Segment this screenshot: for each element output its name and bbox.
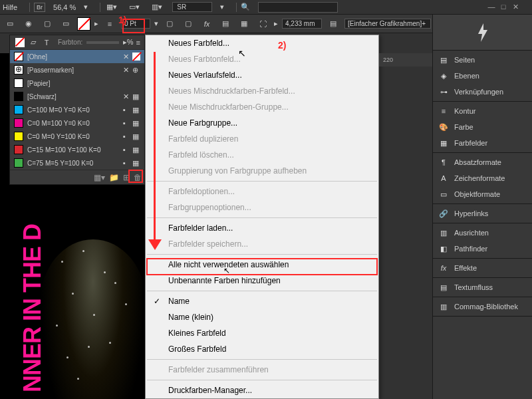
panel-tab-hyperlinks[interactable]: 🔗Hyperlinks xyxy=(433,205,532,221)
screen-mode-icon[interactable]: ▭▾ xyxy=(127,1,142,13)
swatch-row[interactable]: C=0 M=0 Y=100 K=0 ▪▦ xyxy=(10,130,144,143)
separator xyxy=(100,3,100,12)
swatch-chip-icon xyxy=(14,158,23,168)
menu-item-new-tint: Neues Farbtonfeld... xyxy=(146,51,378,67)
chevron-right-icon[interactable]: ▸ xyxy=(94,19,98,28)
swatch-row-paper[interactable]: [Papier] xyxy=(10,76,144,90)
menu-item-merge: Farbfelder zusammenführen xyxy=(146,362,378,378)
separator xyxy=(29,3,30,12)
swatches-footer: ▦▾ 📁 ⊞ 🗑 xyxy=(10,170,144,184)
minimize-icon[interactable]: — xyxy=(485,3,497,11)
view-options-icon[interactable]: ▦▾ xyxy=(104,1,119,13)
pathfinder-icon: ◧ xyxy=(438,244,449,253)
menu-item-new-gradient[interactable]: Neues Verlaufsfeld... xyxy=(146,67,378,83)
align-right-icon[interactable]: ▦ xyxy=(237,18,251,30)
annotation-2: 2) xyxy=(278,40,286,51)
menu-item-delete: Farbfeld löschen... xyxy=(146,147,378,163)
tint-stepper-icon[interactable]: ▸% xyxy=(123,38,134,47)
swatch-row[interactable]: C=15 M=100 Y=100 K=0 ▪▦ xyxy=(10,143,144,156)
panel-tab-text-wrap[interactable]: ▤Textumfluss xyxy=(433,279,532,295)
arrange-icon[interactable]: ▥▾ xyxy=(150,1,164,13)
swatch-name: C=100 M=0 Y=0 K=0 xyxy=(27,106,123,114)
corner-icon[interactable]: ▢ xyxy=(162,18,177,30)
panel-tab-library[interactable]: ▥Commag-Bibliothek xyxy=(433,299,532,315)
cmyk-icon: ▦ xyxy=(132,92,140,100)
panel-tab-pathfinder[interactable]: ◧Pathfinder xyxy=(433,241,532,257)
align-left-icon[interactable]: ▤ xyxy=(218,18,233,30)
menu-separator xyxy=(147,254,377,255)
panel-tab-layers[interactable]: ◈Ebenen xyxy=(433,68,532,84)
object-style-dropdown[interactable] xyxy=(344,19,431,29)
panel-tab-links[interactable]: ⊶Verknüpfungen xyxy=(433,84,532,100)
layers-icon: ◈ xyxy=(438,71,449,80)
menu-item-ink-manager[interactable]: Druckfarben-Manager... xyxy=(146,382,378,398)
panel-tab-stroke[interactable]: ≡Kontur xyxy=(433,103,532,119)
registration-icon: ⊕ xyxy=(132,66,140,74)
tint-label: Farbton: xyxy=(58,39,82,46)
show-swatches-icon[interactable]: ▦▾ xyxy=(94,173,105,182)
search-input[interactable] xyxy=(258,2,338,13)
selection-icon[interactable]: ▭ xyxy=(3,18,17,30)
panel-tab-swatches[interactable]: ▦Farbfelder xyxy=(433,135,532,151)
stroke-proxy-icon[interactable]: ▱ xyxy=(27,37,39,49)
panel-tab-paragraph-styles[interactable]: ¶Absatzformate xyxy=(433,154,532,170)
panel-tab-character-styles[interactable]: AZeichenformate xyxy=(433,170,532,186)
new-group-icon[interactable]: 📁 xyxy=(109,173,119,182)
corner-icon[interactable]: ▢ xyxy=(181,18,196,30)
chevron-down-icon[interactable]: ▾ xyxy=(84,3,88,11)
tint-slider[interactable] xyxy=(86,41,119,44)
panel-tab-object-styles[interactable]: ▭Objektformate xyxy=(433,186,532,202)
chevron-right-icon[interactable]: ▸ xyxy=(274,19,278,28)
panel-tab-color[interactable]: 🎨Farbe xyxy=(433,119,532,135)
menu-item-new-color-group[interactable]: Neue Farbgruppe... xyxy=(146,115,378,131)
fill-stroke-proxy[interactable] xyxy=(77,17,90,31)
content-grabber-icon[interactable]: ◉ xyxy=(21,18,36,30)
swatch-row[interactable]: C=75 M=5 Y=100 K=0 ▪▦ xyxy=(10,156,144,170)
zoom-level[interactable]: 56,4 % xyxy=(53,3,76,11)
close-icon[interactable]: ✕ xyxy=(509,3,521,11)
swatch-row[interactable]: C=0 M=100 Y=0 K=0 ▪▦ xyxy=(10,116,144,130)
menu-item-load-swatches[interactable]: Farbfelder laden... xyxy=(146,220,378,236)
crop-icon[interactable]: ⛶ xyxy=(255,18,270,30)
fill-proxy-icon[interactable] xyxy=(14,37,26,49)
quick-apply-icon[interactable] xyxy=(433,15,532,51)
swatch-name: C=0 M=100 Y=0 K=0 xyxy=(27,120,123,127)
chevron-down-icon[interactable]: ▾ xyxy=(154,19,158,28)
menu-item-view-name[interactable]: Name xyxy=(146,293,378,309)
menu-item-view-small-swatch[interactable]: Kleines Farbfeld xyxy=(146,325,378,341)
stroke-icon: ≡ xyxy=(438,106,449,116)
swatch-row-registration[interactable]: [Passermarken] ✕⊕ xyxy=(10,63,144,76)
menu-item-swatch-options: Farbfeldoptionen... xyxy=(146,184,378,200)
formatting-text-icon[interactable]: T xyxy=(41,37,53,49)
object-styles-icon: ▭ xyxy=(438,190,449,199)
swatch-row[interactable]: C=100 M=0 Y=0 K=0 ▪▦ xyxy=(10,103,144,116)
menu-item-new-swatch[interactable]: Neues Farbfeld... xyxy=(146,35,378,51)
panel-tab-align[interactable]: ▥Ausrichten xyxy=(433,225,532,241)
process-icon: ▪ xyxy=(123,146,131,154)
panel-menu-icon[interactable]: ≡ xyxy=(136,39,140,47)
menu-item-add-unnamed[interactable]: Unbenannte Farben hinzufügen xyxy=(146,273,378,289)
frame-icon[interactable]: ▭ xyxy=(59,18,73,30)
fx-icon[interactable]: fx xyxy=(200,18,214,30)
menu-item-view-name-small[interactable]: Name (klein) xyxy=(146,309,378,325)
swatch-row-black[interactable]: [Schwarz] ✕▦ xyxy=(10,90,144,103)
panel-tab-effects[interactable]: fxEffekte xyxy=(433,260,532,276)
menu-item-view-large-swatch[interactable]: Großes Farbfeld xyxy=(146,341,378,357)
text-tool-icon[interactable]: ▢ xyxy=(40,18,55,30)
bridge-badge[interactable]: Br xyxy=(34,3,45,12)
lock-icon: ✕ xyxy=(123,66,131,74)
trash-icon[interactable]: 🗑 xyxy=(134,173,142,182)
new-swatch-icon[interactable]: ⊞ xyxy=(123,173,130,182)
swatch-name: C=15 M=100 Y=100 K=0 xyxy=(27,146,123,154)
measurement-field[interactable] xyxy=(282,19,322,29)
process-icon: ▪ xyxy=(123,119,131,127)
menu-item-select-unused[interactable]: Alle nicht verwendeten auswählen xyxy=(146,257,378,273)
sr-field[interactable]: SR xyxy=(172,2,212,12)
swatch-row-none[interactable]: [Ohne] ✕ xyxy=(10,50,144,63)
caption-icon[interactable]: ▤ xyxy=(326,18,340,30)
chevron-down-icon[interactable]: ▾ xyxy=(220,3,224,11)
menu-help[interactable]: Hilfe xyxy=(3,3,17,11)
maximize-icon[interactable]: □ xyxy=(497,3,509,11)
panel-tab-pages[interactable]: ▤Seiten xyxy=(433,52,532,68)
separator xyxy=(236,3,237,12)
